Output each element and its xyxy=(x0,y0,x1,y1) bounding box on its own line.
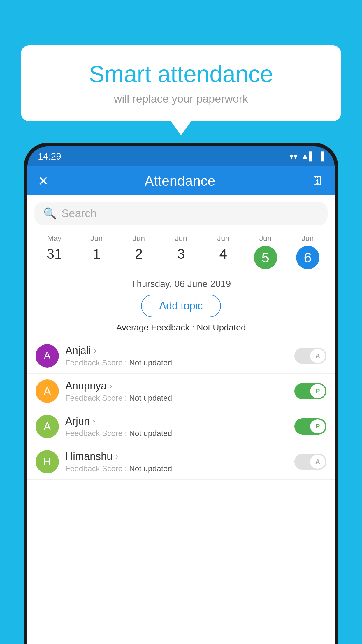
student-item[interactable]: AAnupriya ›Feedback Score : Not updatedP xyxy=(27,374,335,409)
student-name: Anupriya › xyxy=(65,380,288,392)
app-header: ✕ Attendance 🗓 xyxy=(27,166,335,195)
cal-month-label: Jun xyxy=(288,234,328,243)
avatar: A xyxy=(36,379,59,403)
calendar-day[interactable]: Jun2 xyxy=(118,232,160,272)
student-name: Anjali › xyxy=(65,344,288,357)
student-list: AAnjali ›Feedback Score : Not updatedAAA… xyxy=(27,338,335,644)
chevron-right-icon: › xyxy=(94,346,96,355)
battery-icon: ▐ xyxy=(318,152,324,161)
attendance-toggle[interactable]: A xyxy=(294,454,326,470)
calendar-day[interactable]: Jun1 xyxy=(75,232,118,272)
cal-month-label: Jun xyxy=(245,234,285,243)
cal-date: 5 xyxy=(254,246,277,269)
calendar-day[interactable]: May31 xyxy=(33,232,75,272)
student-info: Anjali ›Feedback Score : Not updated xyxy=(65,344,288,368)
status-time: 14:29 xyxy=(38,151,61,162)
student-name: Arjun › xyxy=(65,415,288,427)
calendar-icon[interactable]: 🗓 xyxy=(311,174,324,188)
cal-date: 4 xyxy=(203,246,243,262)
cal-date: 1 xyxy=(77,246,117,262)
student-feedback: Feedback Score : Not updated xyxy=(65,358,288,368)
app-content: 🔍 Search May31Jun1Jun2Jun3Jun4Jun5Jun6 T… xyxy=(27,195,335,644)
calendar-day[interactable]: Jun6 xyxy=(287,232,329,272)
student-feedback: Feedback Score : Not updated xyxy=(65,429,288,438)
avg-feedback-value: Not Updated xyxy=(197,323,246,332)
speech-bubble-container: Smart attendance will replace your paper… xyxy=(21,45,341,121)
student-item[interactable]: AArjun ›Feedback Score : Not updatedP xyxy=(27,409,335,444)
cal-month-label: Jun xyxy=(161,234,201,243)
chevron-right-icon: › xyxy=(115,452,118,461)
phone-body: ✕ Attendance 🗓 🔍 Search May31Jun1Jun2Jun… xyxy=(27,166,335,644)
wifi-icon: ▾▾ xyxy=(289,152,298,161)
speech-bubble: Smart attendance will replace your paper… xyxy=(21,45,341,121)
speech-bubble-heading: Smart attendance xyxy=(38,61,324,87)
student-info: Himanshu ›Feedback Score : Not updated xyxy=(65,450,288,473)
avg-feedback-label: Average Feedback : xyxy=(116,323,197,332)
add-topic-container: Add topic xyxy=(27,295,335,317)
add-topic-button[interactable]: Add topic xyxy=(141,295,221,317)
cal-date: 3 xyxy=(161,246,201,262)
calendar-day[interactable]: Jun4 xyxy=(202,232,244,272)
student-item[interactable]: AAnjali ›Feedback Score : Not updatedA xyxy=(27,338,335,374)
calendar-strip: May31Jun1Jun2Jun3Jun4Jun5Jun6 xyxy=(27,232,335,272)
attendance-toggle[interactable]: P xyxy=(294,383,326,399)
search-bar[interactable]: 🔍 Search xyxy=(34,202,328,225)
student-item[interactable]: HHimanshu ›Feedback Score : Not updatedA xyxy=(27,444,335,480)
cal-month-label: Jun xyxy=(203,234,243,243)
phone-inner: 14:29 ▾▾ ▲▌ ▐ ✕ Attendance 🗓 🔍 Search xyxy=(27,146,335,644)
close-icon[interactable]: ✕ xyxy=(38,174,49,188)
calendar-day[interactable]: Jun5 xyxy=(244,232,287,272)
cal-date: 2 xyxy=(119,246,159,262)
student-info: Anupriya ›Feedback Score : Not updated xyxy=(65,380,288,403)
search-icon: 🔍 xyxy=(43,207,57,220)
cal-month-label: May xyxy=(34,234,74,243)
attendance-toggle[interactable]: P xyxy=(294,418,326,435)
calendar-day[interactable]: Jun3 xyxy=(160,232,202,272)
status-icons: ▾▾ ▲▌ ▐ xyxy=(289,152,324,161)
avatar: A xyxy=(36,415,59,438)
cal-date: 31 xyxy=(34,246,74,262)
chevron-right-icon: › xyxy=(110,381,112,391)
speech-bubble-subtext: will replace your paperwork xyxy=(38,93,324,105)
cal-date: 6 xyxy=(296,246,319,269)
student-info: Arjun ›Feedback Score : Not updated xyxy=(65,415,288,438)
cal-month-label: Jun xyxy=(119,234,159,243)
app-title: Attendance xyxy=(145,173,215,189)
student-feedback: Feedback Score : Not updated xyxy=(65,464,288,473)
avatar: H xyxy=(36,450,59,473)
cal-month-label: Jun xyxy=(77,234,117,243)
phone-frame: 14:29 ▾▾ ▲▌ ▐ ✕ Attendance 🗓 🔍 Search xyxy=(24,143,338,644)
student-name: Himanshu › xyxy=(65,450,288,463)
student-feedback: Feedback Score : Not updated xyxy=(65,394,288,403)
date-label: Thursday, 06 June 2019 xyxy=(27,279,335,289)
attendance-toggle[interactable]: A xyxy=(294,348,326,364)
search-placeholder: Search xyxy=(61,207,96,220)
status-bar: 14:29 ▾▾ ▲▌ ▐ xyxy=(27,146,335,166)
average-feedback: Average Feedback : Not Updated xyxy=(27,323,335,332)
signal-icon: ▲▌ xyxy=(301,152,315,161)
avatar: A xyxy=(36,344,59,368)
chevron-right-icon: › xyxy=(93,416,95,426)
